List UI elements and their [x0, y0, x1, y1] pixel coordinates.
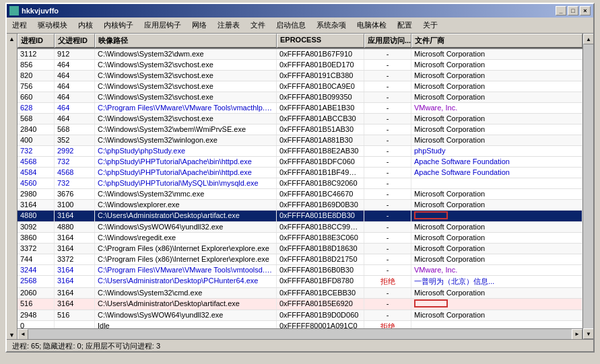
table-row[interactable]: 756464C:\Windows\System32\svchost.exe0xF…: [18, 81, 582, 92]
menu-item-内核[interactable]: 内核: [73, 19, 98, 32]
header-eprocess[interactable]: EPROCESS: [277, 34, 364, 48]
table-row[interactable]: 31643100C:\Windows\explorer.exe0xFFFFA80…: [18, 200, 582, 211]
menu-item-关于[interactable]: 关于: [418, 19, 443, 32]
cell-vendor: [411, 211, 582, 221]
cell-eprocess: 0xFFFFA801B0ED170: [277, 60, 364, 70]
menu-item-配置[interactable]: 配置: [392, 19, 418, 32]
cell-pid: 3244: [18, 265, 55, 275]
table-row[interactable]: 2840568C:\Windows\System32\wbem\WmiPrvSE…: [18, 124, 582, 135]
table-row[interactable]: 48803164C:\Users\Administrator\Desktop\a…: [18, 211, 582, 222]
cell-vendor: Microsoft Corporation: [411, 114, 582, 124]
menu-item-系统杂项[interactable]: 系统杂项: [311, 19, 352, 32]
cell-eprocess: 0xFFFFA801BC46670: [277, 189, 364, 199]
close-button[interactable]: ×: [580, 6, 591, 15]
table-row[interactable]: 400352C:\Windows\System32\winlogon.exe0x…: [18, 135, 582, 146]
scroll-track[interactable]: [28, 329, 572, 339]
menu-item-内核钩子[interactable]: 内核钩子: [98, 19, 139, 32]
main-window: hkkvjuvffo _ □ × 进程驱动模块内核内核钩子应用层钩子网络注册表文…: [5, 3, 595, 353]
table-row[interactable]: 7443372C:\Program Files (x86)\Internet E…: [18, 254, 582, 265]
cell-pid: 2060: [18, 288, 55, 298]
menu-item-网络[interactable]: 网络: [187, 19, 212, 32]
table-row[interactable]: 5163164C:\Users\Administrator\Desktop\ar…: [18, 299, 582, 310]
cell-vendor: Microsoft Corporation: [411, 310, 582, 320]
cell-app: -: [364, 49, 411, 59]
menu-item-驱动模块[interactable]: 驱动模块: [32, 19, 73, 32]
cell-ppid: 516: [55, 310, 95, 320]
cell-path: C:\Windows\System32\wbem\WmiPrvSE.exe: [95, 124, 277, 135]
cell-path: C:\Windows\System32\svchost.exe: [95, 81, 277, 92]
cell-app: -: [364, 168, 411, 178]
cell-vendor: Microsoft Corporation: [411, 222, 582, 232]
table-row[interactable]: 856464C:\Windows\System32\svchost.exe0xF…: [18, 60, 582, 71]
menu-item-电脑体检[interactable]: 电脑体检: [352, 19, 392, 32]
header-vendor[interactable]: 文件厂商: [411, 34, 582, 48]
table-row[interactable]: 4568732C:\phpStudy\PHPTutorial\Apache\bi…: [18, 157, 582, 168]
header-pid[interactable]: 进程ID: [18, 34, 55, 48]
cell-pid: 3164: [18, 200, 55, 210]
cell-app: -: [364, 244, 411, 254]
cell-app: -: [364, 81, 411, 92]
header-ppid[interactable]: 父进程ID: [55, 34, 95, 48]
table-row[interactable]: 3112912C:\Windows\System32\dwm.exe0xFFFF…: [18, 49, 582, 60]
cell-path: C:\Windows\explorer.exe: [95, 200, 277, 210]
sidebar-down-arrow[interactable]: ▼: [8, 331, 16, 339]
table-row[interactable]: 29803676C:\Windows\System32\mmc.exe0xFFF…: [18, 189, 582, 200]
cell-path: C:\phpStudy\PHPTutorial\MySQL\bin\mysqld…: [95, 178, 277, 188]
table-row[interactable]: 7322992C:\phpStudy\phpStudy.exe0xFFFFA80…: [18, 146, 582, 157]
table-row[interactable]: 2948516C:\Windows\SysWOW64\yundll32.exe0…: [18, 310, 582, 321]
table-row[interactable]: 25683164C:\Users\Administrator\Desktop\P…: [18, 276, 582, 288]
menu-item-注册表[interactable]: 注册表: [212, 19, 245, 32]
title-controls: _ □ ×: [556, 6, 591, 15]
table-row[interactable]: 33723164C:\Program Files (x86)\Internet …: [18, 244, 582, 254]
scroll-down-button[interactable]: ▼: [583, 328, 593, 339]
cell-pid: 660: [18, 92, 55, 102]
cell-eprocess: 0xFFFFA801B8D21750: [277, 254, 364, 264]
cell-path: C:\phpStudy\phpStudy.exe: [95, 146, 277, 156]
table-row[interactable]: 32443164C:\Program Files\VMware\VMware T…: [18, 265, 582, 276]
cell-ppid: 3164: [55, 233, 95, 243]
cell-app: 拒绝: [364, 276, 411, 287]
process-table: 进程ID 父进程ID 映像路径 EPROCESS 应用层访问... 文件厂商 3…: [18, 34, 582, 339]
minimize-button[interactable]: _: [556, 6, 566, 15]
table-row[interactable]: 820464C:\Windows\System32\svchost.exe0xF…: [18, 71, 582, 81]
menu-item-文件[interactable]: 文件: [245, 19, 271, 32]
sidebar-up-arrow[interactable]: ▲: [8, 35, 16, 43]
scroll-left-button[interactable]: ◄: [18, 329, 28, 340]
cell-ppid: 3676: [55, 189, 95, 199]
cell-pid: 4880: [18, 211, 55, 221]
menu-item-进程[interactable]: 进程: [7, 19, 32, 32]
cell-vendor: [411, 178, 582, 188]
table-row[interactable]: 568464C:\Windows\System32\svchost.exe0xF…: [18, 114, 582, 124]
cell-path: C:\Windows\System32\mmc.exe: [95, 189, 277, 199]
scroll-up-button[interactable]: ▲: [583, 34, 593, 44]
scroll-thumb[interactable]: [583, 44, 593, 328]
title-bar: hkkvjuvffo _ □ ×: [7, 4, 593, 17]
cell-eprocess: 0xFFFFA801A881B30: [277, 135, 364, 145]
cell-pid: 628: [18, 103, 55, 113]
cell-path: C:\Windows\SysWOW64\yundll32.exe: [95, 222, 277, 232]
cell-app: -: [364, 299, 411, 310]
menu-item-启动信息[interactable]: 启动信息: [271, 19, 311, 32]
cell-pid: 820: [18, 71, 55, 81]
table-row[interactable]: 45844568C:\phpStudy\PHPTutorial\Apache\b…: [18, 168, 582, 178]
table-row[interactable]: 628464C:\Program Files\VMware\VMware Too…: [18, 103, 582, 114]
table-row[interactable]: 38603164C:\Windows\regedit.exe0xFFFFA801…: [18, 233, 582, 244]
table-row[interactable]: 660464C:\Windows\System32\svchost.exe0xF…: [18, 92, 582, 103]
cell-app: -: [364, 103, 411, 113]
table-row[interactable]: 30924880C:\Windows\SysWOW64\yundll32.exe…: [18, 222, 582, 233]
cell-eprocess: 0xFFFFA801B0CA9E0: [277, 81, 364, 92]
maximize-button[interactable]: □: [568, 6, 578, 15]
cell-eprocess: 0xFFFFA801B8C92060: [277, 178, 364, 188]
table-row[interactable]: 4560732C:\phpStudy\PHPTutorial\MySQL\bin…: [18, 178, 582, 189]
table-row[interactable]: 20603164C:\Windows\System32\cmd.exe0xFFF…: [18, 288, 582, 299]
menu-item-应用层钩子[interactable]: 应用层钩子: [139, 19, 187, 32]
cell-ppid: 2992: [55, 146, 95, 156]
table-row[interactable]: 0Idle0xFFFFF80001A091C0拒绝: [18, 321, 582, 328]
cell-eprocess: 0xFFFFA801ABE1B30: [277, 103, 364, 113]
scroll-right-button[interactable]: ►: [572, 329, 582, 340]
header-app[interactable]: 应用层访问...: [364, 34, 411, 48]
cell-ppid: 732: [55, 178, 95, 188]
cell-ppid: 568: [55, 124, 95, 135]
cell-pid: 2948: [18, 310, 55, 320]
header-path[interactable]: 映像路径: [95, 34, 277, 48]
